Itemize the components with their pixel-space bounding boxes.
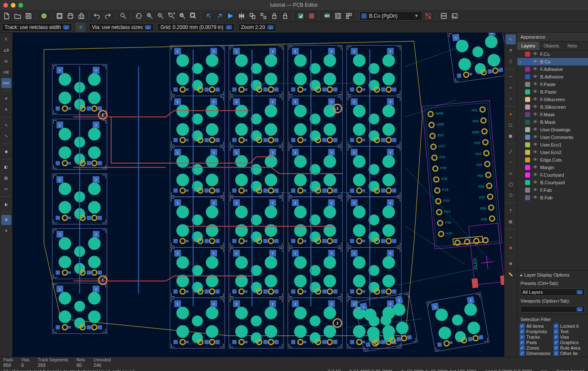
mirror-h-icon[interactable]: [237, 11, 247, 21]
visibility-icon[interactable]: 👁: [532, 165, 538, 170]
visibility-icon[interactable]: 👁: [532, 119, 538, 125]
visibility-icon[interactable]: 👁: [532, 157, 538, 163]
layer-row-margin[interactable]: 👁 Margin: [517, 164, 588, 171]
page-settings-icon[interactable]: [55, 11, 65, 21]
save-icon[interactable]: [23, 11, 34, 21]
layer-swatch-icon[interactable]: [525, 127, 530, 132]
layer-swatch-icon[interactable]: [525, 142, 530, 147]
layer-swatch-icon[interactable]: [525, 172, 530, 178]
visibility-icon[interactable]: 👁: [532, 51, 538, 57]
measure-icon[interactable]: 📏: [506, 269, 516, 280]
visibility-icon[interactable]: 👁: [532, 172, 538, 178]
line-icon[interactable]: ╱: [506, 146, 516, 157]
zoom-objects-icon[interactable]: [177, 11, 187, 21]
layer-dropdown[interactable]: B.Cu (PgDn) ▼: [359, 11, 422, 21]
mm-icon[interactable]: mm: [1, 78, 11, 88]
tab-objects[interactable]: Objects: [539, 42, 563, 50]
layer-row-f-paste[interactable]: 👁 F.Paste: [517, 81, 588, 88]
layer-row-b-fab[interactable]: 👁 B.Fab: [517, 194, 588, 201]
panel-left-icon[interactable]: ◧: [1, 162, 11, 172]
layer-row-edge-cuts[interactable]: 👁 Edge.Cuts: [517, 156, 588, 164]
filter-pads[interactable]: ✓Pads: [520, 340, 552, 345]
grid-select[interactable]: Grid: 0.2000 mm (0.0079 in)⌄: [157, 23, 234, 31]
filter-all-items[interactable]: ✓All items: [520, 324, 552, 329]
layer-swatch-icon[interactable]: [525, 112, 530, 117]
dimension-icon[interactable]: ↔: [506, 232, 516, 242]
rotate-ccw-icon[interactable]: [204, 11, 214, 21]
filter-tracks[interactable]: ✓Tracks: [520, 334, 552, 340]
layer-row-user-comments[interactable]: 👁 User.Comments: [517, 133, 588, 141]
lock-icon[interactable]: [269, 11, 279, 21]
textbox-icon[interactable]: ▤: [506, 217, 516, 227]
filter-vias[interactable]: ✓Vias: [554, 334, 586, 340]
layer-swatch-icon[interactable]: [525, 195, 530, 200]
visibility-icon[interactable]: 👁: [532, 66, 538, 72]
pad-fill-icon[interactable]: ◉: [1, 146, 11, 157]
visibility-icon[interactable]: 👁: [532, 180, 538, 186]
visibility-icon[interactable]: 👁: [532, 142, 538, 148]
schematic-icon[interactable]: [307, 11, 317, 21]
layer-row-f-adhesive[interactable]: 👁 F.Adhesive: [517, 65, 588, 73]
layer-row-b-silkscreen[interactable]: 👁 B.Silkscreen: [517, 103, 588, 111]
visibility-icon[interactable]: 👁: [532, 187, 538, 193]
filter-rule-area[interactable]: ✓Rule Area: [554, 345, 586, 350]
find-icon[interactable]: [118, 11, 128, 21]
filter-locked-it[interactable]: ✓Locked it: [554, 324, 586, 329]
filter-dimensions[interactable]: ✓Dimensions: [520, 351, 552, 356]
presets-select[interactable]: All Layers⌄: [520, 288, 585, 296]
layer-row-user-drawings[interactable]: 👁 User.Drawings: [517, 126, 588, 133]
layer-swatch-icon[interactable]: [525, 105, 530, 110]
filter-footprints[interactable]: ✓Footprints: [520, 329, 552, 334]
via-icon[interactable]: ●: [506, 109, 516, 119]
zoom-in-icon[interactable]: [145, 11, 155, 21]
filter-graphics[interactable]: ✓Graphics: [554, 340, 586, 345]
unlock-icon[interactable]: [280, 11, 290, 21]
delete-icon[interactable]: ✖: [506, 243, 516, 253]
scripting-icon[interactable]: [450, 11, 460, 21]
poly-icon[interactable]: ⬠: [506, 190, 516, 200]
zoom-fit-icon[interactable]: [167, 11, 177, 21]
polar-icon[interactable]: ∠θ: [1, 45, 11, 55]
outline-icon[interactable]: ▭: [1, 184, 11, 194]
layers-icon[interactable]: ❖: [1, 215, 11, 225]
layer-swatch-icon[interactable]: [525, 165, 530, 170]
filter-other-ite[interactable]: ✓Other ite: [554, 351, 586, 356]
layer-pairs-icon[interactable]: [423, 11, 433, 21]
contrast-icon[interactable]: ◐: [1, 199, 11, 209]
layer-row-f-cu[interactable]: 👁 F.Cu: [517, 50, 588, 58]
ratsnest-curved-icon[interactable]: ∿: [1, 120, 11, 130]
zoom-selection-icon[interactable]: [188, 11, 198, 21]
update-schematic-icon[interactable]: [296, 11, 306, 21]
rotate-cw-icon[interactable]: [215, 11, 225, 21]
zone-icon[interactable]: ▢: [506, 120, 516, 130]
redo-icon[interactable]: [103, 11, 113, 21]
layer-swatch-icon[interactable]: [525, 74, 530, 79]
plugins-icon[interactable]: [439, 11, 449, 21]
origin-icon[interactable]: ⊕: [506, 259, 516, 269]
ratsnest-icon[interactable]: ✳: [1, 105, 11, 115]
circle-icon[interactable]: ◯: [506, 179, 516, 189]
plot-icon[interactable]: [76, 11, 86, 21]
layer-row-f-fab[interactable]: 👁 F.Fab: [517, 186, 588, 194]
design-blocks-icon[interactable]: [344, 11, 354, 21]
zoom-redraw-icon[interactable]: [134, 11, 144, 21]
settings-icon[interactable]: ✕: [1, 226, 11, 236]
route-track-icon[interactable]: 〰: [506, 72, 516, 82]
visibility-icon[interactable]: 👁: [532, 97, 538, 102]
visibility-icon[interactable]: 👁: [532, 127, 538, 133]
layer-swatch-icon[interactable]: [525, 82, 530, 87]
inches-icon[interactable]: in: [1, 56, 11, 66]
via-size-select[interactable]: Via: use netclass sizes⌄: [89, 23, 154, 31]
text-icon[interactable]: T: [506, 206, 516, 216]
tab-nets[interactable]: Nets: [563, 42, 581, 50]
board-setup-icon[interactable]: [39, 11, 49, 21]
layer-swatch-icon[interactable]: [525, 89, 530, 94]
visibility-icon[interactable]: 👁: [532, 59, 538, 65]
arc-icon[interactable]: ◜: [506, 157, 516, 167]
route-diff-icon[interactable]: ≈: [506, 83, 516, 93]
visibility-icon[interactable]: 👁: [532, 134, 538, 140]
zoom-select[interactable]: Zoom 2.20⌄: [238, 23, 276, 31]
highlight-net-icon[interactable]: ✕: [506, 45, 516, 55]
cursor-cross-icon[interactable]: ✛: [1, 94, 11, 104]
layer-swatch-icon[interactable]: [525, 120, 530, 125]
